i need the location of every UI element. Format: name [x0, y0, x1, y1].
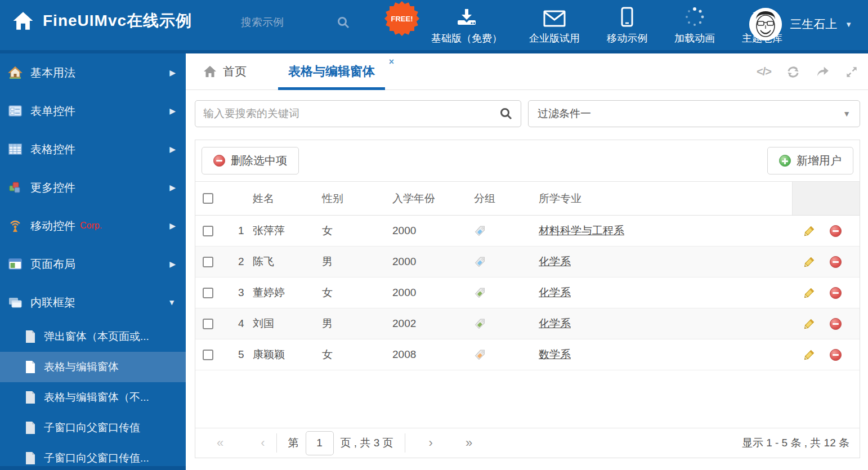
caret-down-icon: ▼: [843, 109, 851, 118]
select-all-checkbox[interactable]: [203, 193, 213, 204]
sidebar-subitem-label: 表格与编辑窗体: [44, 360, 119, 374]
delete-selected-button[interactable]: 删除选中项: [202, 147, 299, 174]
tab-grid-edit-window[interactable]: 表格与编辑窗体 ×: [278, 53, 385, 90]
column-header-gender[interactable]: 性别: [322, 182, 392, 216]
refresh-icon[interactable]: [786, 65, 800, 79]
edit-icon[interactable]: [803, 225, 815, 237]
row-checkbox[interactable]: [203, 226, 213, 236]
search-icon[interactable]: [499, 107, 513, 120]
sidebar-item-mobile-controls[interactable]: 移动控件 Corp. ▶: [0, 207, 186, 245]
sidebar-subitem-label: 子窗口向父窗口传值: [44, 420, 140, 435]
sidebar-item-form-controls[interactable]: 表单控件 ▶: [0, 92, 186, 130]
share-icon[interactable]: [815, 65, 830, 79]
plus-circle-icon: [779, 155, 791, 167]
sidebar-item-grid-controls[interactable]: 表格控件 ▶: [0, 130, 186, 168]
table-row: 5 康颖颖 女 2008 数学系: [195, 339, 860, 370]
edit-icon[interactable]: [803, 318, 815, 330]
table-row: 2 陈飞 男 2000 化学系: [195, 247, 860, 277]
last-page-button[interactable]: »: [466, 436, 472, 450]
minus-circle-icon: [213, 155, 225, 167]
cell-name: 张萍萍: [253, 216, 322, 247]
sidebar-bottom-strip: [0, 466, 186, 470]
column-header-group[interactable]: 分组: [474, 182, 539, 216]
sidebar-subitem-grid-edit-window-2[interactable]: 表格与编辑窗体（不...: [0, 382, 186, 413]
edit-icon[interactable]: [803, 349, 815, 361]
pager-divider: [276, 433, 277, 453]
delete-row-icon[interactable]: [830, 287, 842, 299]
row-index: 5: [230, 339, 253, 370]
page-number-input[interactable]: [306, 431, 334, 455]
sidebar-item-basic-usage[interactable]: 基本用法 ▶: [0, 53, 186, 92]
chevron-right-icon: ▶: [169, 259, 176, 268]
cell-name: 刘国: [253, 308, 322, 339]
antenna-icon: [8, 218, 23, 233]
sidebar-item-more-controls[interactable]: 更多控件 ▶: [0, 168, 186, 207]
next-page-button[interactable]: ›: [429, 436, 433, 450]
keyword-search-box[interactable]: [195, 100, 521, 127]
row-checkbox[interactable]: [203, 257, 213, 267]
add-button-label: 新增用户: [797, 153, 842, 168]
sidebar-item-inline-frame[interactable]: 内联框架 ▼: [0, 283, 186, 321]
expand-icon[interactable]: [844, 65, 859, 79]
major-link[interactable]: 数学系: [539, 348, 571, 360]
cell-year: 2000: [392, 277, 474, 308]
table-row: 3 董婷婷 女 2000 化学系: [195, 277, 860, 308]
corp-badge: Corp.: [80, 221, 102, 231]
sidebar-item-page-layout[interactable]: 页面布局 ▶: [0, 245, 186, 283]
prev-page-button[interactable]: ‹: [261, 436, 265, 450]
table-row: 4 刘国 男 2002 化学系: [195, 308, 860, 339]
search-icon[interactable]: [337, 16, 350, 29]
row-checkbox[interactable]: [203, 319, 213, 329]
sidebar-subitem-child-to-parent[interactable]: 子窗口向父窗口传值: [0, 413, 186, 443]
row-checkbox[interactable]: [203, 288, 213, 298]
brand[interactable]: FineUIMvc在线示例: [12, 10, 192, 32]
source-code-icon[interactable]: </>: [757, 65, 771, 79]
chevron-right-icon: ▶: [169, 221, 176, 230]
user-menu[interactable]: 三生石上 ▼: [749, 8, 852, 41]
delete-row-icon[interactable]: [830, 318, 842, 330]
delete-row-icon[interactable]: [830, 225, 842, 237]
sidebar-item-label: 移动控件: [30, 218, 75, 234]
add-user-button[interactable]: 新增用户: [767, 147, 853, 174]
delete-row-icon[interactable]: [830, 256, 842, 268]
house-icon: [8, 65, 23, 80]
avatar[interactable]: [749, 8, 782, 41]
header-search-input[interactable]: [241, 16, 337, 29]
first-page-button[interactable]: «: [217, 436, 223, 450]
edit-icon[interactable]: [803, 256, 815, 268]
filter-dropdown[interactable]: 过滤条件一 ▼: [528, 100, 860, 127]
column-header-year[interactable]: 入学年份: [392, 182, 474, 216]
row-checkbox[interactable]: [203, 350, 213, 360]
header-nav: 基础版（免费） 企业版试用 移动示例: [418, 6, 796, 45]
cell-gender: 男: [322, 247, 392, 277]
sidebar-subitem-popup-window[interactable]: 弹出窗体（本页面或...: [0, 321, 186, 352]
nav-mobile-demo[interactable]: 移动示例: [593, 6, 661, 45]
nav-basic-version[interactable]: 基础版（免费）: [418, 6, 516, 45]
column-header-name[interactable]: 姓名: [253, 182, 322, 216]
sidebar-subitem-label: 表格与编辑窗体（不...: [44, 390, 149, 405]
sidebar-item-label: 更多控件: [30, 180, 75, 195]
column-header-major[interactable]: 所学专业: [539, 182, 792, 216]
delete-row-icon[interactable]: [830, 349, 842, 361]
major-link[interactable]: 化学系: [539, 317, 571, 329]
sidebar-subitem-grid-edit-window[interactable]: 表格与编辑窗体: [0, 352, 186, 382]
tab-home[interactable]: 首页: [203, 64, 247, 79]
grid-panel: 删除选中项 新增用户 姓名 性别: [195, 140, 860, 458]
home-icon: [203, 65, 217, 78]
cell-gender: 女: [322, 339, 392, 370]
major-link[interactable]: 化学系: [539, 287, 571, 298]
header-search[interactable]: [241, 16, 362, 29]
filter-row: 过滤条件一 ▼: [195, 100, 860, 127]
close-icon[interactable]: ×: [389, 57, 394, 67]
tab-active-label: 表格与编辑窗体: [288, 63, 375, 80]
free-badge: FREE!: [384, 1, 420, 37]
sidebar-subitem-label: 子窗口向父窗口传值...: [44, 451, 149, 465]
nav-enterprise-trial[interactable]: 企业版试用: [516, 6, 593, 45]
major-link[interactable]: 化学系: [539, 256, 571, 267]
chevron-right-icon: ▶: [169, 68, 176, 77]
keyword-search-input[interactable]: [203, 108, 499, 120]
edit-icon[interactable]: [803, 287, 815, 299]
table-body: 1 张萍萍 女 2000 材料科学与工程系: [195, 216, 860, 370]
major-link[interactable]: 材料科学与工程系: [539, 225, 624, 236]
nav-loading-animation[interactable]: 加载动画: [661, 6, 728, 45]
